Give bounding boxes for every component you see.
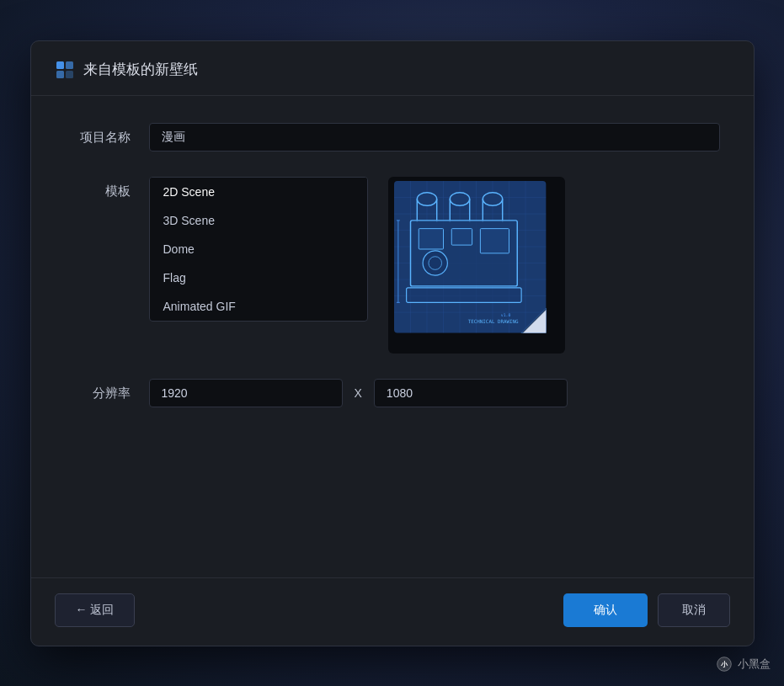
- svg-text:TECHNICAL DRAWING: TECHNICAL DRAWING: [468, 318, 519, 323]
- svg-point-22: [450, 192, 469, 205]
- dialog-body: 项目名称 模板 2D Scene 3D Scene: [31, 96, 754, 577]
- template-item-flag[interactable]: Flag: [150, 263, 367, 292]
- project-name-label: 项目名称: [65, 123, 149, 146]
- template-control: 2D Scene 3D Scene Dome Flag Animated GIF: [149, 177, 720, 354]
- project-name-control: [149, 123, 720, 152]
- resolution-control: X: [149, 379, 720, 407]
- template-list: 2D Scene 3D Scene Dome Flag Animated GIF: [149, 177, 368, 322]
- confirm-button-label: 确认: [594, 603, 617, 616]
- template-item-label: Flag: [163, 271, 186, 285]
- new-wallpaper-dialog: 来自模板的新壁纸 项目名称 模板 2D Scene 3D Scene: [30, 40, 755, 646]
- cancel-button-label: 取消: [682, 603, 706, 616]
- svg-rect-3: [66, 71, 73, 78]
- template-item-2d-scene[interactable]: 2D Scene: [150, 178, 367, 206]
- template-item-label: 3D Scene: [163, 214, 215, 227]
- svg-rect-33: [480, 228, 509, 253]
- template-item-animated-gif[interactable]: Animated GIF: [150, 292, 367, 321]
- template-item-3d-scene[interactable]: 3D Scene: [150, 206, 367, 235]
- confirm-button[interactable]: 确认: [563, 593, 648, 627]
- template-item-label: Dome: [163, 242, 195, 256]
- template-label: 模板: [65, 177, 149, 199]
- resolution-width-input[interactable]: [149, 379, 343, 407]
- svg-rect-32: [451, 228, 472, 245]
- svg-point-34: [423, 250, 447, 274]
- svg-text:小: 小: [720, 661, 728, 668]
- template-row: 模板 2D Scene 3D Scene Dome: [65, 177, 720, 354]
- resolution-separator: X: [351, 386, 365, 400]
- back-button[interactable]: ← 返回: [55, 593, 136, 627]
- app-logo-icon: [55, 60, 75, 80]
- resolution-label: 分辨率: [65, 379, 149, 401]
- resolution-row: 分辨率 X: [65, 379, 720, 407]
- template-section: 2D Scene 3D Scene Dome Flag Animated GIF: [149, 177, 720, 354]
- template-item-label: Animated GIF: [163, 300, 236, 313]
- svg-rect-36: [407, 287, 522, 302]
- footer-right-buttons: 确认 取消: [563, 593, 730, 627]
- svg-rect-0: [56, 61, 64, 69]
- svg-point-21: [417, 192, 436, 205]
- resolution-height-input[interactable]: [374, 379, 568, 407]
- svg-text:v1.0: v1.0: [501, 311, 511, 316]
- svg-rect-31: [419, 228, 443, 248]
- blueprint-preview-image: TECHNICAL DRAWING v1.0: [394, 181, 558, 349]
- svg-point-23: [483, 192, 502, 205]
- watermark-text: 小黑盒: [738, 657, 771, 672]
- svg-rect-1: [66, 61, 73, 69]
- dialog-header: 来自模板的新壁纸: [31, 41, 754, 96]
- template-preview: TECHNICAL DRAWING v1.0: [388, 177, 565, 354]
- template-item-label: 2D Scene: [163, 185, 215, 199]
- back-button-label: ← 返回: [76, 603, 115, 618]
- dialog-title: 来自模板的新壁纸: [83, 60, 198, 79]
- project-name-row: 项目名称: [65, 123, 720, 152]
- project-name-input[interactable]: [149, 123, 720, 152]
- watermark: 小 小黑盒: [716, 656, 771, 673]
- dialog-footer: ← 返回 确认 取消: [31, 577, 754, 646]
- cancel-button[interactable]: 取消: [658, 593, 730, 627]
- watermark-icon: 小: [716, 656, 733, 673]
- resolution-inputs: X: [149, 379, 720, 407]
- template-item-dome[interactable]: Dome: [150, 235, 367, 263]
- svg-rect-2: [56, 71, 64, 78]
